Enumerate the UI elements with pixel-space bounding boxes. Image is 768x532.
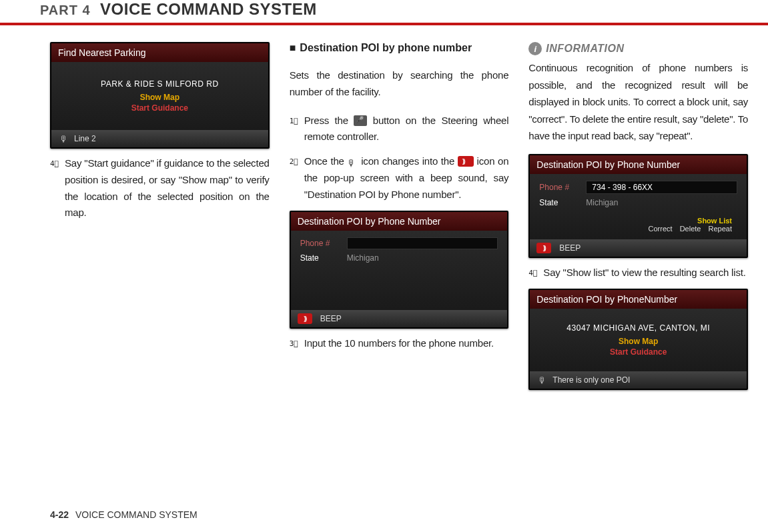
screen-title: Find Nearest Parking (51, 43, 268, 62)
steering-mic-button-icon (354, 115, 367, 126)
screen-title: Destination POI by Phone Number (291, 212, 508, 231)
step-text: Say "Start guidance" if guidance to the … (65, 155, 270, 221)
delete-cmd: Delete (680, 225, 701, 233)
step-text: Say "Show list" to view the resulting se… (543, 265, 748, 281)
sound-wave-icon (298, 313, 312, 324)
state-row: State Michigan (300, 253, 498, 263)
poi-address: PARK & RIDE S MILFORD RD (58, 79, 262, 89)
mic-icon: 🎙 (536, 375, 547, 385)
footer-text: There is only one POI (552, 375, 630, 385)
step-4-col1: 4⃞ Say "Start guidance" if guidance to t… (50, 155, 270, 221)
phone-value (347, 237, 498, 249)
screen-poi-phone-2: Destination POI by Phone Number Phone # … (528, 154, 748, 258)
screen-footer: 🎙 There is only one POI (530, 371, 747, 389)
mic-icon: 🎙 (58, 133, 69, 144)
show-map-label: Show Map (536, 337, 740, 346)
screen-footer: 🎙 Line 2 (51, 130, 268, 147)
show-list-cmd: Show List (697, 217, 732, 225)
state-label: State (539, 198, 579, 207)
screen-title: Destination POI by Phone Number (530, 155, 747, 174)
footer-text: Line 2 (74, 134, 96, 143)
page-footer: 4-22 VOICE COMMAND SYSTEM (50, 509, 198, 520)
step-3: 3⃞ Input the 10 numbers for the phone nu… (290, 335, 509, 352)
info-heading: i INFORMATION (528, 42, 748, 55)
column-1: Find Nearest Parking PARK & RIDE S MILFO… (50, 42, 270, 397)
info-text: Continuous recognition of phone numbers … (528, 59, 748, 145)
poi-address: 43047 MICHIGAN AVE, CANTON, MI (536, 323, 740, 333)
screen-poi-phone-1: Destination POI by Phone Number Phone # … (290, 211, 509, 329)
screen-body: PARK & RIDE S MILFORD RD Show Map Start … (51, 62, 268, 130)
step-4-col3: 4⃞ Say "Show list" to view the resulting… (528, 265, 748, 281)
column-2: ■Destination POI by phone number Sets th… (290, 42, 509, 397)
correct-cmd: Correct (649, 225, 673, 233)
part-label: PART 4 (40, 3, 91, 18)
mic-icon: 🎙 (347, 156, 358, 167)
phone-label: Phone # (539, 183, 579, 192)
step-number-icon: 3⃞ (290, 338, 300, 349)
step-text: Press the button on the Steering wheel r… (304, 113, 509, 146)
step-text: Input the 10 numbers for the phone numbe… (304, 335, 509, 352)
footer-text: BEEP (559, 243, 581, 253)
step-2: 2⃞ Once the 🎙 icon changes into the icon… (290, 153, 509, 203)
footer-text: BEEP (320, 314, 342, 323)
screen-footer: BEEP (530, 239, 747, 257)
column-3: i INFORMATION Continuous recognition of … (528, 42, 748, 397)
part-title: VOICE COMMAND SYSTEM (100, 0, 317, 19)
page-number: 4-22 (50, 509, 69, 520)
screen-title: Destination POI by PhoneNumber (530, 290, 747, 309)
step-number-icon: 2⃞ (290, 156, 300, 167)
state-value: Michigan (586, 198, 618, 207)
page-header: PART 4 VOICE COMMAND SYSTEM (0, 0, 768, 25)
screen-body: Phone # 734 - 398 - 66XX State Michigan … (530, 174, 747, 239)
state-value: Michigan (347, 253, 379, 263)
state-label: State (300, 253, 340, 263)
sound-wave-icon (458, 156, 474, 167)
screen-footer: BEEP (291, 310, 508, 327)
step-1: 1⃞ Press the button on the Steering whee… (290, 113, 509, 146)
step-number-icon: 4⃞ (528, 267, 539, 278)
sound-wave-icon (536, 243, 551, 253)
step-text: Once the 🎙 icon changes into the icon on… (304, 153, 509, 203)
square-bullet-icon: ■ (290, 42, 296, 53)
info-icon: i (528, 42, 542, 55)
step-number-icon: 4⃞ (50, 158, 61, 169)
command-row: Show List Correct Delete Repeat (539, 217, 737, 233)
repeat-cmd: Repeat (709, 225, 732, 233)
show-map-label: Show Map (58, 93, 262, 102)
footer-label: VOICE COMMAND SYSTEM (75, 509, 198, 520)
step-number-icon: 1⃞ (290, 115, 300, 126)
description: Sets the destination by searching the ph… (290, 67, 509, 101)
phone-row: Phone # 734 - 398 - 66XX (539, 181, 737, 194)
phone-label: Phone # (300, 239, 340, 248)
content-columns: Find Nearest Parking PARK & RIDE S MILFO… (0, 42, 768, 397)
screen-poi-result: Destination POI by PhoneNumber 43047 MIC… (528, 289, 748, 390)
screen-body: Phone # State Michigan (291, 231, 508, 310)
screen-find-parking: Find Nearest Parking PARK & RIDE S MILFO… (50, 42, 270, 149)
sub-heading: ■Destination POI by phone number (290, 42, 509, 54)
heading-text: Destination POI by phone number (300, 42, 472, 53)
screen-body: 43047 MICHIGAN AVE, CANTON, MI Show Map … (530, 309, 747, 371)
info-label: INFORMATION (546, 43, 624, 55)
state-row: State Michigan (539, 198, 737, 207)
start-guidance-label: Start Guidance (536, 347, 740, 357)
phone-row: Phone # (300, 237, 498, 249)
start-guidance-label: Start Guidance (58, 103, 262, 113)
phone-value: 734 - 398 - 66XX (586, 181, 737, 194)
